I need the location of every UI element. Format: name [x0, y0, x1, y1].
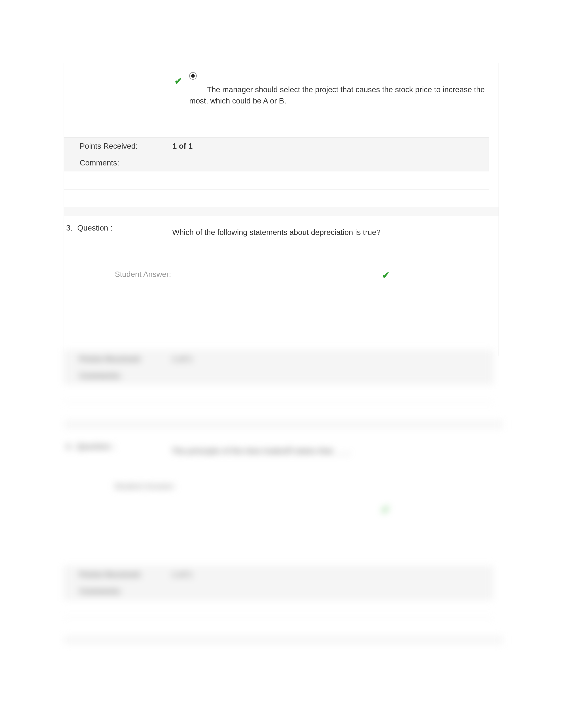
question-3-block: 3. Question : Which of the following sta…	[64, 216, 499, 356]
student-answer-right: ✔	[369, 270, 489, 281]
points-box: Points Received: 1 of 1 Comments:	[64, 137, 489, 171]
checkmark-icon: ✔	[382, 504, 390, 515]
blurred-comments-row: Comments:	[64, 367, 493, 384]
blurred-points-box-2: Points Received: 1 of 1 Comments:	[64, 566, 493, 600]
blurred-student-answer-label: Student Answer:	[114, 482, 368, 515]
answer-row: ✔ The manager should select the project …	[174, 72, 490, 107]
points-received-row: Points Received: 1 of 1	[64, 138, 489, 154]
answer-text: The manager should select the project th…	[189, 84, 490, 107]
quiz-card: ✔ The manager should select the project …	[64, 63, 499, 356]
blurred-divider	[64, 402, 493, 402]
points-received-value: 1 of 1	[172, 142, 192, 150]
points-received-label: Points Received:	[80, 142, 172, 150]
spacer	[64, 482, 114, 515]
blurred-question-text: The principle of the time tradeoff state…	[172, 442, 503, 455]
spacer	[64, 515, 503, 566]
checkmark-icon: ✔	[382, 270, 390, 280]
blurred-question-header: 4. Question : The principle of the time …	[64, 438, 503, 455]
student-answer-label: Student Answer:	[115, 270, 369, 281]
question-header: 3. Question : Which of the following sta…	[64, 216, 499, 237]
question-text: Which of the following statements about …	[172, 223, 499, 237]
question-label: Question :	[77, 223, 172, 237]
answer-area: ✔ The manager should select the project …	[64, 63, 499, 137]
comments-label: Comments:	[80, 158, 172, 167]
blurred-points-value-2: 1 of 1	[172, 570, 192, 579]
spacer	[64, 281, 499, 356]
question-number: 3.	[64, 223, 77, 237]
answer-content: The manager should select the project th…	[189, 72, 490, 107]
blurred-student-answer-row: Student Answer: ✔	[64, 455, 503, 515]
blurred-points-label-2: Points Received:	[79, 570, 172, 579]
blurred-comments-label-2: Comments:	[79, 587, 172, 596]
blurred-separator	[64, 420, 503, 429]
block-separator	[64, 207, 499, 216]
blurred-content-overlay: Points Received: 1 of 1 Comments: 4. Que…	[64, 350, 503, 650]
checkmark-icon: ✔	[174, 72, 182, 86]
comments-row: Comments:	[64, 154, 489, 171]
radio-selected-icon	[189, 72, 197, 80]
page-root: ✔ The manager should select the project …	[0, 0, 563, 728]
divider	[64, 189, 489, 190]
blurred-divider-2	[64, 617, 493, 618]
blurred-comments-label: Comments:	[79, 371, 172, 380]
blurred-question-number: 4.	[64, 442, 77, 455]
blurred-separator-2	[64, 636, 503, 644]
blurred-points-row-2: Points Received: 1 of 1	[64, 566, 493, 583]
blurred-comments-row-2: Comments:	[64, 583, 493, 600]
blurred-question-label: Question :	[77, 442, 172, 455]
spacer	[64, 270, 115, 281]
blurred-student-answer-right: ✔	[368, 482, 493, 515]
student-answer-row: Student Answer: ✔	[64, 237, 499, 281]
question-2-answer-block: ✔ The manager should select the project …	[64, 63, 499, 216]
